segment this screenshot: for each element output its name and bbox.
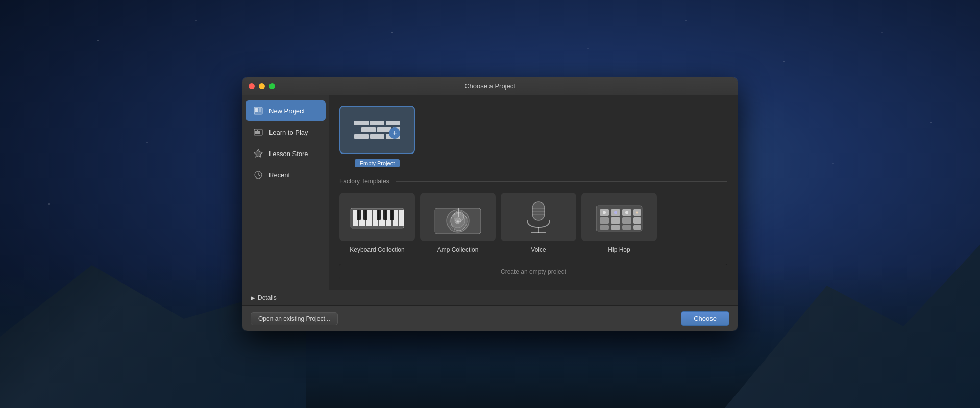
factory-templates-grid: Keyboard Collection xyxy=(339,193,727,253)
status-bar: Create an empty project xyxy=(339,264,727,279)
top-template-section: + Empty Project xyxy=(339,106,727,167)
svg-marker-10 xyxy=(254,149,262,157)
svg-rect-21 xyxy=(357,210,361,220)
template-item-keyboard-collection[interactable]: Keyboard Collection xyxy=(339,193,415,253)
sidebar-item-lesson-store[interactable]: Lesson Store xyxy=(246,143,326,164)
svg-rect-49 xyxy=(633,217,641,224)
factory-templates-title: Factory Templates xyxy=(339,177,389,185)
maximize-button[interactable] xyxy=(269,83,275,89)
svg-rect-23 xyxy=(377,210,381,220)
hip-hop-thumb[interactable] xyxy=(581,193,657,241)
status-text: Create an empty project xyxy=(501,268,566,275)
template-item-hip-hop[interactable]: Hip Hop xyxy=(581,193,657,253)
amp-collection-thumb[interactable] xyxy=(420,193,496,241)
sidebar-item-learn-to-play[interactable]: Learn to Play xyxy=(246,122,326,142)
divider-line xyxy=(396,181,727,182)
template-item-empty-project[interactable]: + Empty Project xyxy=(339,106,415,167)
voice-label: Voice xyxy=(531,246,546,253)
svg-rect-1 xyxy=(255,108,258,110)
choose-button[interactable]: Choose xyxy=(681,311,729,326)
svg-rect-50 xyxy=(600,225,609,230)
dialog-overlay: Choose a Project New Project xyxy=(0,0,980,408)
template-item-voice[interactable]: Voice xyxy=(501,193,576,253)
sidebar: New Project Learn to Play xyxy=(242,95,329,290)
hip-hop-label: Hip Hop xyxy=(608,246,630,253)
bottom-bar: Open an existing Project... Choose xyxy=(242,305,738,331)
svg-rect-51 xyxy=(611,225,620,230)
dialog-title: Choose a Project xyxy=(464,82,516,90)
template-item-amp-collection[interactable]: Amp Collection xyxy=(420,193,496,253)
details-row[interactable]: ▶ Details xyxy=(242,290,738,305)
sidebar-item-label-learn-to-play: Learn to Play xyxy=(269,129,308,136)
open-existing-project-button[interactable]: Open an existing Project... xyxy=(251,312,338,325)
plus-icon: + xyxy=(389,128,400,139)
empty-project-icon: + xyxy=(350,117,404,143)
sidebar-item-label-recent: Recent xyxy=(269,171,290,179)
svg-rect-22 xyxy=(363,210,368,220)
svg-rect-3 xyxy=(259,108,261,112)
choose-project-dialog: Choose a Project New Project xyxy=(242,77,738,331)
details-arrow-icon: ▶ xyxy=(251,295,255,301)
svg-rect-47 xyxy=(611,217,620,224)
close-button[interactable] xyxy=(249,83,255,89)
recent-icon xyxy=(253,169,264,181)
factory-templates-section-header: Factory Templates xyxy=(339,177,727,185)
title-bar: Choose a Project xyxy=(242,77,738,95)
svg-rect-46 xyxy=(600,217,609,224)
dialog-body: New Project Learn to Play xyxy=(242,95,738,290)
voice-thumb[interactable] xyxy=(501,193,576,241)
amp-collection-label: Amp Collection xyxy=(437,246,479,253)
keyboard-collection-thumb[interactable] xyxy=(339,193,415,241)
svg-point-57 xyxy=(636,212,638,214)
new-project-icon xyxy=(253,105,264,116)
sidebar-item-recent[interactable]: Recent xyxy=(246,165,326,185)
empty-project-label: Empty Project xyxy=(355,159,400,167)
sidebar-item-label-new-project: New Project xyxy=(269,107,305,115)
keyboard-collection-icon xyxy=(347,198,408,236)
svg-rect-25 xyxy=(390,210,394,220)
svg-point-54 xyxy=(603,211,606,214)
learn-to-play-icon xyxy=(253,126,264,138)
svg-point-55 xyxy=(614,211,617,214)
sidebar-item-new-project[interactable]: New Project xyxy=(246,100,326,121)
hip-hop-icon xyxy=(589,198,650,236)
window-controls xyxy=(249,83,275,89)
keyboard-collection-label: Keyboard Collection xyxy=(350,246,404,253)
svg-point-56 xyxy=(625,211,628,214)
sidebar-item-label-lesson-store: Lesson Store xyxy=(269,150,308,158)
amp-collection-icon xyxy=(427,198,488,236)
voice-icon xyxy=(508,198,569,236)
lesson-store-icon xyxy=(253,148,264,159)
svg-rect-48 xyxy=(622,217,631,224)
empty-project-thumb[interactable]: + xyxy=(339,106,415,154)
svg-rect-24 xyxy=(383,210,387,220)
svg-rect-20 xyxy=(399,210,404,226)
svg-point-33 xyxy=(456,220,459,223)
minimize-button[interactable] xyxy=(259,83,265,89)
details-label: Details xyxy=(258,294,277,301)
svg-rect-52 xyxy=(622,225,631,230)
main-content: + Empty Project Factory Templates xyxy=(329,95,738,290)
svg-rect-2 xyxy=(255,110,258,112)
svg-rect-32 xyxy=(458,208,459,217)
svg-rect-53 xyxy=(633,225,641,230)
